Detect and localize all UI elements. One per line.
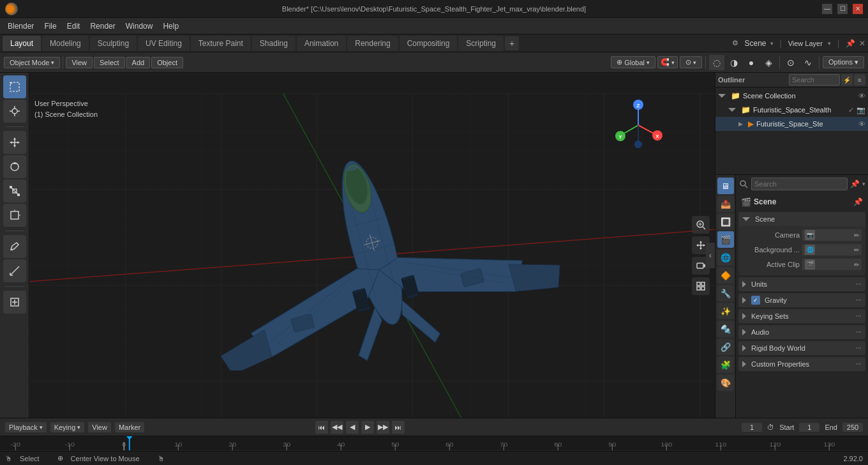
- gravity-section-header[interactable]: ✓ Gravity •••: [738, 293, 865, 307]
- view-menu[interactable]: View: [66, 57, 93, 68]
- snap-toggle[interactable]: 🧲 ▾: [657, 56, 678, 68]
- overlays-button[interactable]: ⊙: [783, 55, 798, 70]
- tab-modeling[interactable]: Modeling: [42, 36, 89, 51]
- outliner-search-input[interactable]: [789, 74, 840, 86]
- camera-edit-icon[interactable]: ✏: [854, 232, 859, 239]
- start-frame-field[interactable]: 1: [799, 423, 819, 432]
- menu-render[interactable]: Render: [85, 18, 120, 34]
- header-pin[interactable]: 📌: [846, 39, 855, 48]
- menu-blender[interactable]: Blender: [3, 18, 39, 34]
- prop-tab-render[interactable]: 🖥: [717, 178, 734, 194]
- annotate-tool[interactable]: [3, 235, 26, 258]
- prop-tab-world[interactable]: 🌐: [717, 249, 734, 266]
- options-button[interactable]: Options ▾: [823, 56, 864, 68]
- futuristic-collection-row[interactable]: 📁 Futuristic_Space_Stealth ✓ 📷: [715, 103, 868, 117]
- shading-rendered[interactable]: ◈: [761, 55, 776, 70]
- menu-help[interactable]: Help: [158, 18, 184, 34]
- minimize-button[interactable]: —: [822, 4, 832, 14]
- object-view-icon[interactable]: 👁: [858, 120, 865, 128]
- background-edit-icon[interactable]: ✏: [854, 247, 859, 254]
- tab-rendering[interactable]: Rendering: [347, 36, 398, 51]
- menu-edit[interactable]: Edit: [62, 18, 86, 34]
- keying-sets-header[interactable]: Keying Sets •••: [738, 309, 865, 323]
- add-workspace-button[interactable]: +: [505, 36, 519, 50]
- add-primitive[interactable]: [3, 291, 26, 314]
- gravity-checkbox[interactable]: ✓: [751, 296, 760, 305]
- rigid-body-world-header[interactable]: Rigid Body World •••: [738, 341, 865, 355]
- active-clip-edit-icon[interactable]: ✏: [854, 261, 859, 268]
- menu-window[interactable]: Window: [121, 18, 158, 34]
- viewport-3d[interactable]: User Perspective (1) Scene Collection Z …: [29, 73, 715, 418]
- scene-collection-row[interactable]: 📁 Scene Collection 👁: [715, 89, 868, 103]
- mesh-object-row[interactable]: ▶ ▶ Futuristic_Space_Ste 👁: [715, 117, 868, 131]
- jump-start-button[interactable]: ⏮: [315, 421, 328, 434]
- step-forward-button[interactable]: ▶▶: [377, 421, 389, 434]
- marker-menu[interactable]: Marker: [115, 422, 144, 432]
- engine-selector[interactable]: ⚙: [732, 39, 738, 47]
- restrict-render-icon[interactable]: 📷: [857, 106, 865, 114]
- tab-sculpting[interactable]: Sculpting: [90, 36, 137, 51]
- playback-menu[interactable]: Playback ▾: [5, 422, 47, 432]
- tab-scripting[interactable]: Scripting: [458, 36, 504, 51]
- move-tool[interactable]: [3, 131, 26, 154]
- current-frame-field[interactable]: 1: [742, 423, 762, 432]
- cursor-tool[interactable]: [3, 100, 26, 123]
- tab-animation[interactable]: Animation: [297, 36, 346, 51]
- prop-tab-data[interactable]: 🧩: [717, 356, 734, 373]
- measure-tool[interactable]: [3, 259, 26, 282]
- collection-expand[interactable]: [718, 94, 726, 98]
- background-value[interactable]: 🌐 ✏: [802, 244, 862, 255]
- units-section-header[interactable]: Units •••: [738, 277, 865, 291]
- outliner-filter-button[interactable]: ⚡: [841, 74, 853, 86]
- properties-pin-icon[interactable]: 📌: [850, 179, 860, 188]
- navigation-gizmo[interactable]: Z X Y: [613, 100, 664, 151]
- step-back-button[interactable]: ◀: [346, 421, 359, 434]
- prop-tab-particles[interactable]: ✨: [717, 303, 734, 319]
- prop-tab-physics[interactable]: 🔩: [717, 321, 734, 337]
- tab-texture-paint[interactable]: Texture Paint: [191, 36, 251, 51]
- mode-selector[interactable]: Object Mode ▾: [4, 57, 60, 68]
- timeline-view-menu[interactable]: View: [88, 422, 111, 432]
- prop-tab-object[interactable]: 🔶: [717, 267, 734, 284]
- prop-tab-output[interactable]: 📤: [717, 195, 734, 212]
- select-tool[interactable]: [3, 75, 26, 98]
- transform-selector[interactable]: ⊕ Global ▾: [611, 56, 655, 68]
- custom-properties-header[interactable]: Custom Properties •••: [738, 357, 865, 371]
- keying-menu[interactable]: Keying ▾: [50, 422, 85, 432]
- outliner-options-button[interactable]: ≡: [854, 74, 865, 86]
- visibility-icon[interactable]: 👁: [858, 92, 865, 100]
- prop-tab-view-layer[interactable]: 🔳: [717, 213, 734, 230]
- play-pause-button[interactable]: ▶: [361, 421, 374, 434]
- blender-logo-icon[interactable]: [5, 3, 18, 15]
- audio-section-header[interactable]: Audio •••: [738, 325, 865, 339]
- jump-end-button[interactable]: ⏭: [392, 421, 405, 434]
- sidebar-toggle[interactable]: ‹: [706, 243, 715, 268]
- prop-tab-scene[interactable]: 🎬: [717, 231, 734, 248]
- object-menu[interactable]: Object: [151, 57, 183, 68]
- camera-value[interactable]: 📷 ✏: [802, 229, 862, 241]
- header-close[interactable]: ✕: [859, 39, 865, 48]
- prev-keyframe-button[interactable]: ◀◀: [331, 421, 343, 434]
- properties-pin-btn[interactable]: 📌: [853, 197, 863, 206]
- tab-shading[interactable]: Shading: [252, 36, 296, 51]
- add-menu[interactable]: Add: [126, 57, 151, 68]
- shading-material[interactable]: ●: [744, 55, 759, 70]
- prop-tab-material[interactable]: 🎨: [717, 374, 734, 391]
- end-frame-field[interactable]: 250: [842, 423, 863, 432]
- scale-tool[interactable]: [3, 179, 26, 202]
- transform-tool[interactable]: [3, 204, 26, 227]
- close-button[interactable]: ✕: [853, 4, 863, 14]
- tab-uv-editing[interactable]: UV Editing: [138, 36, 190, 51]
- maximize-button[interactable]: ☐: [837, 4, 848, 14]
- timeline-ruler[interactable]: -20 -10 0 10 20 30 40 50 60 70: [0, 436, 868, 450]
- scene-section-header[interactable]: Scene: [738, 212, 865, 226]
- properties-view-dropdown[interactable]: ▾: [862, 181, 865, 187]
- gizmo-button[interactable]: ∿: [800, 55, 816, 70]
- active-clip-value[interactable]: 🎬 ✏: [802, 259, 862, 270]
- prop-tab-modifiers[interactable]: 🔧: [717, 285, 734, 301]
- tab-layout[interactable]: Layout: [3, 36, 41, 51]
- select-menu[interactable]: Select: [94, 57, 125, 68]
- grid-toggle-button[interactable]: [692, 277, 710, 295]
- restrict-view-icon[interactable]: ✓: [848, 106, 854, 114]
- shading-wire[interactable]: ◌: [709, 55, 724, 70]
